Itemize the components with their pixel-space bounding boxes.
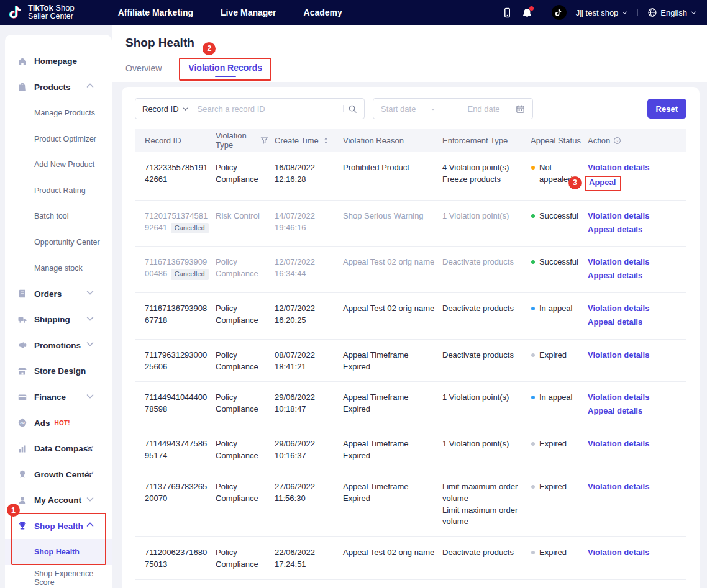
tiktok-shop-logo[interactable]: TikTok Shop Seller Center	[0, 4, 75, 21]
shipping-icon	[17, 315, 27, 325]
action-link-violation-details[interactable]: Violation details	[588, 256, 683, 268]
action-link-appeal-details[interactable]: Appeal details	[588, 224, 683, 236]
sidebar-item-ads[interactable]: ADAdsHOT!	[5, 410, 112, 436]
sidebar-item-label: Data Compass	[34, 444, 93, 453]
sidebar-item-growth-center[interactable]: Growth Center	[5, 462, 112, 488]
end-date-input[interactable]: End date	[468, 104, 500, 114]
sidebar-item-label: Orders	[34, 289, 62, 299]
table-row: 7116713679390867718Policy Compliance12/0…	[135, 293, 686, 340]
sidebar-item-homepage[interactable]: Homepage	[5, 48, 112, 75]
sidebar-item-product-optimizer[interactable]: Product Optimizer	[5, 126, 112, 152]
chevron-down-icon	[85, 314, 95, 323]
sidebar-item-product-rating[interactable]: Product Rating	[5, 178, 112, 204]
mobile-app-icon[interactable]	[502, 7, 513, 18]
search-field-selector[interactable]: Record ID	[142, 104, 189, 114]
annotation-step-3: 3	[568, 176, 582, 189]
sidebar-item-promotions[interactable]: Promotions	[5, 333, 112, 359]
notification-dot	[529, 6, 534, 11]
sidebar-item-orders[interactable]: Orders	[5, 281, 112, 307]
action-link-violation-details[interactable]: Violation details	[588, 162, 683, 174]
column-header-create-time: Create Time	[275, 136, 343, 145]
topbar-nav-affiliate-marketing[interactable]: Affiliate Marketing	[118, 7, 193, 17]
sidebar-item-batch-tool[interactable]: Batch tool	[5, 204, 112, 230]
appeal-status-cell: In appeal	[531, 392, 588, 404]
sidebar-item-manage-stock[interactable]: Manage stock	[5, 255, 112, 281]
appeal-status-cell: Expired	[531, 350, 588, 361]
filter-icon[interactable]	[260, 137, 268, 145]
action-link-appeal-details[interactable]: Appeal details	[588, 405, 683, 417]
status-dot	[531, 307, 535, 310]
action-link-violation-details[interactable]: Violation details	[588, 438, 683, 450]
appeal-status-cell: Expired	[531, 481, 588, 493]
appeal-status-cell: Expired	[531, 547, 588, 559]
table-row: 7120175137458192641 CancelledRisk Contro…	[135, 201, 686, 247]
logo-text: TikTok Shop Seller Center	[28, 4, 75, 21]
sidebar-item-finance[interactable]: Finance	[5, 384, 112, 410]
enforcement-type-cell: Deactivate products	[442, 256, 531, 268]
sidebar-item-data-compass[interactable]: Data Compass	[5, 436, 112, 462]
annotation-box-violation-records: 2 Violation Records	[179, 58, 271, 81]
action-link-appeal-details[interactable]: Appeal details	[588, 317, 683, 328]
create-time-cell: 16/08/202212:16:28	[275, 162, 343, 186]
language-selector[interactable]: English	[647, 7, 697, 17]
action-link-violation-details[interactable]: Violation details	[588, 392, 683, 404]
divider	[542, 9, 542, 16]
shop-avatar[interactable]	[552, 5, 567, 20]
topbar-nav-live-manager[interactable]: Live Manager	[221, 7, 276, 17]
sidebar-item-add-new-product[interactable]: Add New Product	[5, 152, 112, 178]
sidebar-item-label: Shop Experience Score	[34, 569, 112, 587]
sidebar-item-shipping[interactable]: Shipping	[5, 307, 112, 333]
column-header-action: Action?	[588, 136, 683, 145]
sidebar-item-store-design[interactable]: Store Design	[5, 358, 112, 384]
action-cell: Violation details3Appeal	[588, 162, 683, 191]
sidebar-item-label: Shipping	[34, 315, 70, 324]
chevron-down-icon	[85, 468, 95, 478]
violation-records-panel: Record ID Search a record ID Start date …	[122, 87, 700, 588]
date-range-picker[interactable]: Start date - End date	[373, 98, 533, 119]
tab-violation-records[interactable]: Violation Records	[188, 63, 262, 78]
create-time-cell: 14/07/202219:46:16	[275, 210, 343, 234]
search-icon[interactable]	[348, 104, 357, 114]
enforcement-type-cell: Deactivate products	[442, 303, 531, 315]
reset-button[interactable]: Reset	[647, 99, 686, 119]
notification-bell-icon[interactable]	[522, 7, 532, 18]
action-cell: Violation detailsAppeal details	[588, 210, 683, 238]
create-time-cell: 29/06/202210:16:37	[275, 438, 343, 462]
sidebar-item-shop-health[interactable]: Shop Health	[5, 539, 112, 565]
question-icon[interactable]: ?	[613, 137, 621, 145]
sidebar-item-my-account[interactable]: My Account	[5, 487, 112, 513]
start-date-input[interactable]: Start date	[381, 104, 416, 114]
action-link-appeal[interactable]: Appeal	[589, 177, 616, 189]
active-tab-underline	[215, 76, 236, 78]
sidebar-item-label: Finance	[34, 392, 66, 402]
action-link-violation-details[interactable]: Violation details	[588, 481, 683, 493]
create-time-cell: 12/07/202216:20:25	[275, 303, 343, 327]
sidebar-item-label: Promotions	[34, 341, 81, 350]
sidebar-item-label: Shop Health	[34, 522, 83, 531]
sidebar-item-shop-experience-score[interactable]: Shop Experience Score	[5, 565, 112, 588]
action-link-appeal-details[interactable]: Appeal details	[588, 270, 683, 282]
tab-overview[interactable]: Overview	[125, 63, 162, 82]
topbar-nav-academy[interactable]: Academy	[304, 7, 342, 17]
sidebar-item-opportunity-center[interactable]: Opportunity Center	[5, 229, 112, 255]
record-search-box[interactable]: Record ID Search a record ID	[135, 98, 365, 119]
search-input[interactable]: Search a record ID	[198, 104, 339, 114]
calendar-icon[interactable]	[516, 104, 525, 114]
sidebar-item-manage-products[interactable]: Manage Products	[5, 100, 112, 126]
violation-reason-cell: Appeal Test 02 orig name	[343, 256, 442, 268]
sidebar-item-products[interactable]: Products	[5, 75, 112, 101]
action-link-violation-details[interactable]: Violation details	[588, 350, 683, 361]
shop-name-menu[interactable]: Jjj test shop	[576, 8, 629, 17]
sort-icon[interactable]	[322, 137, 330, 145]
violation-type-cell: Policy Compliance	[216, 350, 275, 373]
annotation-box-appeal: 3Appeal	[585, 176, 621, 191]
sidebar-item-shop-health[interactable]: Shop Health	[5, 513, 112, 540]
table-row: 7114494374758695174Policy Compliance29/0…	[135, 428, 686, 471]
tabs: Overview 2 Violation Records	[125, 58, 271, 83]
status-dot	[531, 485, 535, 489]
action-cell: Violation detailsAppeal details	[588, 392, 683, 419]
action-link-violation-details[interactable]: Violation details	[588, 303, 683, 315]
action-link-violation-details[interactable]: Violation details	[588, 547, 683, 559]
store-design-icon	[17, 366, 27, 376]
action-link-violation-details[interactable]: Violation details	[588, 210, 683, 222]
